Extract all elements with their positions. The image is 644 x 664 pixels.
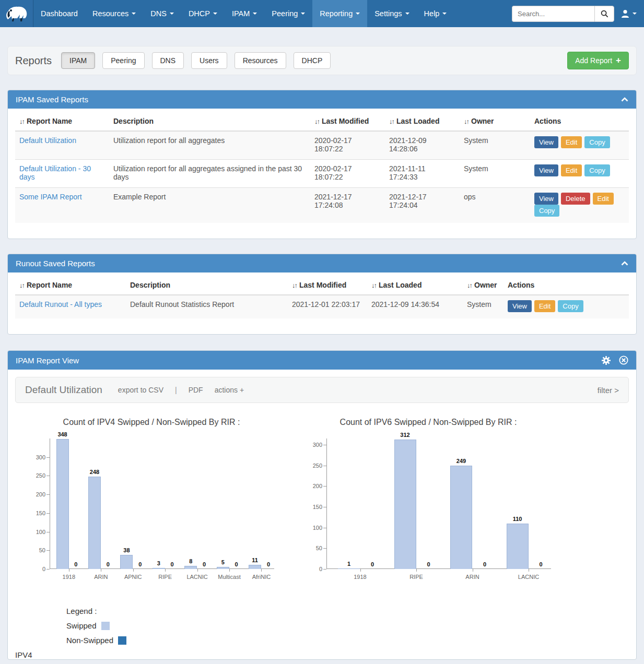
report-name-link[interactable]: Default Utilization - 30 days xyxy=(19,164,91,181)
panel-title: Runout Saved Reports xyxy=(16,259,95,268)
legend-label: Non-Swipped xyxy=(66,636,113,645)
bar-swipped-1918 xyxy=(338,568,360,569)
column-header-last-loaded[interactable]: ↓↑Last Loaded xyxy=(367,276,463,295)
column-header-owner[interactable]: ↓↑Owner xyxy=(460,112,530,131)
nav-item-ipam[interactable]: IPAM xyxy=(225,0,264,27)
filter-toggle[interactable]: filter > xyxy=(598,386,619,395)
tab-peering[interactable]: Peering xyxy=(102,52,144,69)
x-category-label: 1918 xyxy=(51,574,87,580)
search-button[interactable] xyxy=(594,6,614,22)
table-row: Default Utilization - 30 daysUtilization… xyxy=(15,160,629,188)
navbar-right xyxy=(512,0,644,27)
nav-item-dns[interactable]: DNS xyxy=(143,0,181,27)
bar-value-label: 38 xyxy=(116,547,137,553)
collapse-chevron-icon[interactable] xyxy=(621,261,628,266)
nav-item-dashboard[interactable]: Dashboard xyxy=(33,0,85,27)
ipam-report-view-header: IPAM Report View xyxy=(8,351,636,370)
table-row: Default UtilizationUtilization report fo… xyxy=(15,131,629,160)
edit-button[interactable]: Edit xyxy=(593,193,614,205)
report-name-link[interactable]: Some IPAM Report xyxy=(19,193,82,201)
sort-icon: ↓↑ xyxy=(292,281,297,289)
column-header-report-name[interactable]: ↓↑Report Name xyxy=(15,276,126,295)
delete-button[interactable]: Delete xyxy=(561,193,590,205)
nav-item-resources[interactable]: Resources xyxy=(85,0,143,27)
tab-ipam[interactable]: IPAM xyxy=(61,52,95,69)
top-navbar: DashboardResourcesDNSDHCPIPAMPeeringRepo… xyxy=(0,0,644,27)
close-icon[interactable] xyxy=(619,355,628,365)
y-tick xyxy=(323,445,326,445)
column-header-actions: Actions xyxy=(504,276,629,295)
actions-cell: ViewEditCopy xyxy=(530,131,629,160)
column-header-last-modified[interactable]: ↓↑Last Modified xyxy=(288,276,367,295)
user-menu[interactable] xyxy=(620,9,637,18)
table-row: Some IPAM ReportExample Report2021-12-17… xyxy=(15,188,629,223)
nav-item-settings[interactable]: Settings xyxy=(367,0,416,27)
bar-swipped-1918 xyxy=(56,439,69,569)
user-icon xyxy=(620,9,630,18)
bar-value-label: 0 xyxy=(418,561,439,567)
ipam-saved-reports-table: ↓↑Report NameDescription↓↑Last Modified↓… xyxy=(15,112,629,223)
view-button[interactable]: View xyxy=(534,136,558,148)
column-header-report-name[interactable]: ↓↑Report Name xyxy=(15,112,109,131)
nav-item-help[interactable]: Help xyxy=(417,0,454,27)
nav-item-label: Resources xyxy=(92,9,128,18)
y-tick xyxy=(46,532,50,532)
bar-swipped-arin xyxy=(88,477,101,569)
last-loaded-cell: 2021-12-09 14:36:54 xyxy=(367,295,463,318)
actions-cell: ViewEditCopy xyxy=(504,295,629,318)
last-loaded-cell: 2021-11-11 17:24:33 xyxy=(385,160,460,188)
column-header-description: Description xyxy=(126,276,288,295)
y-tick-label: 250 xyxy=(30,472,45,479)
view-button[interactable]: View xyxy=(534,193,558,205)
copy-button[interactable]: Copy xyxy=(584,164,610,176)
copy-button[interactable]: Copy xyxy=(534,205,559,217)
report-name-cell: Some IPAM Report xyxy=(15,188,109,223)
view-button[interactable]: View xyxy=(508,300,532,312)
table-row: Default Runout - All typesDefault Runout… xyxy=(15,295,629,318)
add-report-label: Add Report xyxy=(575,56,612,65)
edit-button[interactable]: Edit xyxy=(561,136,582,148)
bar-value-label: 1 xyxy=(338,561,359,567)
copy-button[interactable]: Copy xyxy=(584,136,610,148)
y-tick xyxy=(323,569,326,570)
tab-users[interactable]: Users xyxy=(191,52,227,69)
nav-item-dhcp[interactable]: DHCP xyxy=(181,0,225,27)
view-button[interactable]: View xyxy=(534,164,558,176)
gear-icon[interactable] xyxy=(602,356,611,365)
toolbar-link-actions-[interactable]: actions + xyxy=(215,386,244,394)
last-loaded-cell: 2021-12-17 17:24:04 xyxy=(385,188,460,223)
nav-item-reporting[interactable]: Reporting xyxy=(312,0,367,27)
column-label: Report Name xyxy=(27,281,72,289)
nav-item-label: Peering xyxy=(272,9,298,18)
tab-dns[interactable]: DNS xyxy=(152,52,184,69)
column-header-last-modified[interactable]: ↓↑Last Modified xyxy=(310,112,385,131)
edit-button[interactable]: Edit xyxy=(561,164,582,176)
app-logo[interactable] xyxy=(0,0,33,27)
toolbar-link-pdf[interactable]: PDF xyxy=(189,386,203,394)
column-label: Report Name xyxy=(27,117,72,125)
collapse-chevron-icon[interactable] xyxy=(621,97,628,102)
copy-button[interactable]: Copy xyxy=(558,300,583,312)
column-header-last-loaded[interactable]: ↓↑Last Loaded xyxy=(385,112,460,131)
search-input[interactable] xyxy=(512,6,594,22)
chart-title: Count of IPV6 Swipped / Non-Swipped By R… xyxy=(306,418,551,427)
nav-item-peering[interactable]: Peering xyxy=(264,0,312,27)
report-name-link[interactable]: Default Runout - All types xyxy=(19,300,102,309)
toolbar-link-export-to-csv[interactable]: export to CSV xyxy=(118,386,163,394)
nav-item-label: Help xyxy=(424,9,440,18)
add-report-button[interactable]: Add Report + xyxy=(567,52,629,69)
edit-button[interactable]: Edit xyxy=(534,300,555,312)
y-tick-label: 50 xyxy=(30,547,45,553)
column-header-owner[interactable]: ↓↑Owner xyxy=(463,276,504,295)
tab-resources[interactable]: Resources xyxy=(235,52,286,69)
tab-dhcp[interactable]: DHCP xyxy=(294,52,331,69)
legend-item: Non-Swipped xyxy=(66,636,636,645)
x-tick xyxy=(229,569,230,572)
plot-frame xyxy=(50,438,274,569)
last-modified-cell: 2021-12-17 17:24:08 xyxy=(310,188,385,223)
report-tabs: IPAMPeeringDNSUsersResourcesDHCP xyxy=(61,52,338,69)
y-tick-label: 150 xyxy=(30,510,45,516)
report-name-link[interactable]: Default Utilization xyxy=(19,136,76,145)
y-tick-label: 200 xyxy=(30,491,45,497)
ipv4-chart: Count of IPV4 Swipped / Non-Swipped By R… xyxy=(29,418,285,585)
